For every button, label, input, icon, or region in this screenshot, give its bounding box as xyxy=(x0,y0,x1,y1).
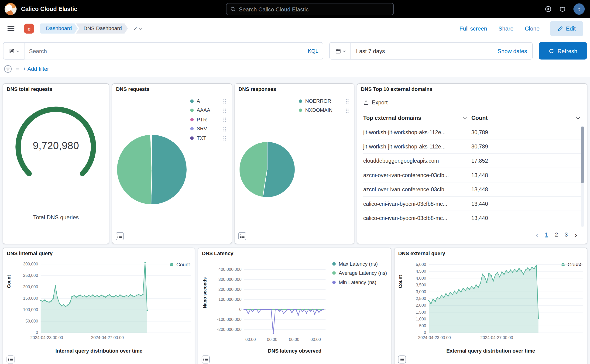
legend-dot-icon xyxy=(190,99,194,103)
toolbar-link-full-screen[interactable]: Full screen xyxy=(460,25,487,32)
drag-handle-icon[interactable] xyxy=(346,108,349,113)
gauge-caption: Total DNS queries xyxy=(3,214,109,220)
panel-options-icon[interactable] xyxy=(201,355,210,364)
legend-label: Max Latency (ns) xyxy=(339,261,378,266)
panel-options-icon[interactable] xyxy=(398,355,406,364)
drag-handle-icon[interactable] xyxy=(223,108,227,113)
legend-item[interactable]: TXT xyxy=(190,133,227,143)
legend-dot-icon xyxy=(332,262,336,266)
saved-object-check-icon[interactable]: ✓ xyxy=(133,26,141,32)
legend-dot-icon xyxy=(299,99,302,103)
legend-item[interactable]: Min Latency (ns) xyxy=(332,278,388,287)
export-label: Export xyxy=(372,99,388,105)
calendar-menu-button[interactable] xyxy=(330,43,351,59)
svg-text:-100,000,000: -100,000,000 xyxy=(217,317,242,322)
column-header-domains[interactable]: Top external domains xyxy=(363,115,421,121)
cell-domain: jlt-worksh-jlt-workshop-aks-112e... xyxy=(363,129,471,135)
drag-handle-icon[interactable] xyxy=(223,117,227,122)
controls-icon[interactable] xyxy=(545,6,551,12)
column-header-count[interactable]: Count xyxy=(471,115,488,121)
panel-options-icon[interactable] xyxy=(116,232,124,240)
drag-handle-icon[interactable] xyxy=(223,126,227,131)
drag-handle-icon[interactable] xyxy=(223,98,227,104)
app-logo-icon[interactable] xyxy=(4,3,17,15)
legend-label: NOERROR xyxy=(305,98,331,104)
user-avatar[interactable]: t xyxy=(573,4,585,15)
show-dates-link[interactable]: Show dates xyxy=(498,48,532,54)
prev-page-icon[interactable]: ‹ xyxy=(536,231,538,239)
legend-item[interactable]: A xyxy=(190,97,227,106)
kql-toggle[interactable]: KQL xyxy=(308,48,318,54)
legend-dot-icon xyxy=(299,109,302,112)
assistant-icon[interactable] xyxy=(559,6,566,12)
panel-title: DNS external query xyxy=(398,251,445,256)
filter-icon[interactable] xyxy=(4,65,12,73)
kql-search-bar: KQL xyxy=(25,42,323,59)
panel-dns-requests: DNS requests AAAAAPTRSRVTXT xyxy=(112,84,232,244)
cell-count: 13,448 xyxy=(471,186,488,193)
chart-caption: DNS latency observed xyxy=(198,348,391,354)
legend-item[interactable]: NOERROR xyxy=(299,97,349,106)
export-icon xyxy=(363,100,369,105)
panel-options-icon[interactable] xyxy=(6,355,15,364)
breadcrumbs: DashboardDNS Dashboard xyxy=(40,23,128,33)
legend-item[interactable]: Max Latency (ns) xyxy=(332,259,388,268)
table-row: calico-cni-ivan-byocni-03cfb8-mc...13,44… xyxy=(363,197,581,211)
panel-dns-total-requests: DNS total requests 9,720,980 Total DNS q… xyxy=(3,84,109,244)
filter-divider xyxy=(16,69,19,69)
refresh-button-label: Refresh xyxy=(558,48,577,54)
legend-item[interactable]: Average Latency (ns) xyxy=(332,268,388,278)
chart-legend: NOERRORNXDOMAIN xyxy=(299,97,349,115)
pie-chart xyxy=(238,141,296,198)
kql-search-input[interactable] xyxy=(29,48,308,54)
legend-dot-icon xyxy=(332,280,336,284)
edit-button[interactable]: Edit xyxy=(550,21,583,36)
next-page-icon[interactable]: › xyxy=(575,231,577,239)
panel-dns-latency: DNS Latency Max Latency (ns)Average Late… xyxy=(198,248,391,364)
toolbar-link-clone[interactable]: Clone xyxy=(525,25,539,32)
add-filter-link[interactable]: + Add filter xyxy=(23,66,49,72)
breadcrumb-bar: c DashboardDNS Dashboard ✓ Full screenSh… xyxy=(0,18,590,39)
legend-item[interactable]: AAAA xyxy=(190,106,227,115)
chart-caption: Internal query distribution over time xyxy=(3,348,195,354)
breadcrumb-dashboard[interactable]: Dashboard xyxy=(40,23,78,33)
breadcrumb-dns-dashboard[interactable]: DNS Dashboard xyxy=(76,23,128,33)
legend-dot-icon xyxy=(332,272,336,275)
page-button-1[interactable]: 1 xyxy=(545,232,548,238)
svg-text:150,000: 150,000 xyxy=(23,296,38,301)
calendar-icon xyxy=(335,48,341,54)
drag-handle-icon[interactable] xyxy=(223,135,227,141)
legend-dot-icon xyxy=(190,136,194,140)
page-button-2[interactable]: 2 xyxy=(555,232,558,238)
refresh-button[interactable]: Refresh xyxy=(539,42,587,59)
cell-count: 13,440 xyxy=(471,215,488,221)
legend-item[interactable]: PTR xyxy=(190,115,227,124)
legend-label: TXT xyxy=(197,135,206,141)
chevron-down-icon[interactable] xyxy=(463,116,467,119)
svg-text:1,000: 1,000 xyxy=(416,317,426,321)
scrollbar-thumb[interactable] xyxy=(581,127,584,183)
panel-title: DNS Top 10 external domains xyxy=(361,86,432,92)
saved-query-menu-button[interactable] xyxy=(3,42,25,59)
global-search-input[interactable] xyxy=(239,6,390,12)
app-title: Calico Cloud Elastic xyxy=(21,6,77,12)
legend-label: NXDOMAIN xyxy=(305,107,333,113)
area-chart: 050,000100,000150,000200,000250,000300,0… xyxy=(6,261,194,341)
drag-handle-icon[interactable] xyxy=(346,98,349,104)
panel-options-icon[interactable] xyxy=(238,232,246,240)
time-range-label[interactable]: Last 7 days xyxy=(351,48,385,54)
svg-text:2024-04-27 00:00: 2024-04-27 00:00 xyxy=(91,335,124,340)
cell-domain: calico-cni-ivan-byocni-03cfb8-mc... xyxy=(363,201,471,207)
page-button-3[interactable]: 3 xyxy=(565,232,568,238)
legend-item[interactable]: SRV xyxy=(190,124,227,134)
svg-text:2024-04-23 00:00: 2024-04-23 00:00 xyxy=(30,335,63,340)
cell-count: 13,440 xyxy=(471,201,488,207)
menu-icon[interactable] xyxy=(7,26,14,31)
legend-dot-icon xyxy=(190,118,194,121)
space-badge[interactable]: c xyxy=(24,24,34,33)
svg-text:200,000: 200,000 xyxy=(23,285,38,289)
chevron-down-icon[interactable] xyxy=(576,116,580,119)
toolbar-link-share[interactable]: Share xyxy=(499,25,513,32)
legend-item[interactable]: NXDOMAIN xyxy=(299,106,349,115)
export-button[interactable]: Export xyxy=(363,99,388,105)
